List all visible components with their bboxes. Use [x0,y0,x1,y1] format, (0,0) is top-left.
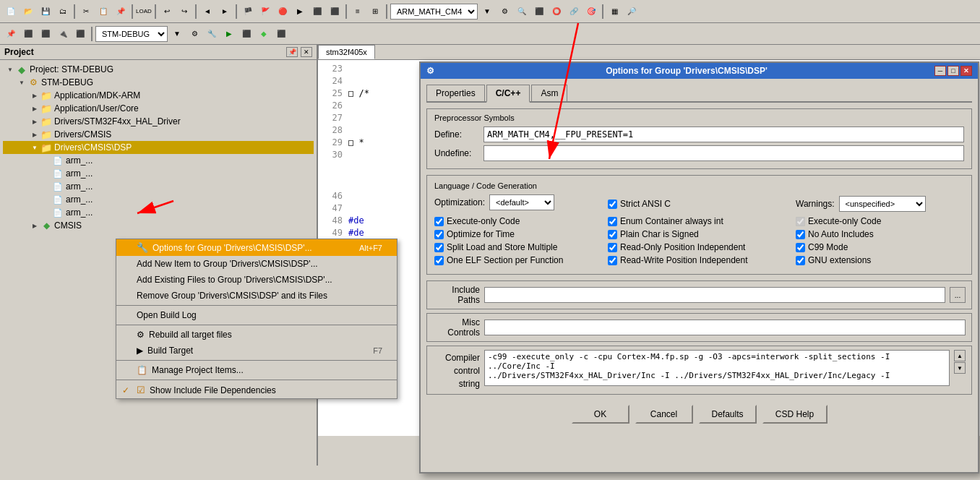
tree-item-arm3[interactable]: ▶ 📄 arm_... [3,180,314,193]
tab-properties[interactable]: Properties [426,85,485,101]
tree-item-arm5[interactable]: ▶ 📄 arm_... [3,206,314,219]
split-load-checkbox[interactable] [434,243,444,252]
ctx-open-log[interactable]: Open Build Log [116,307,397,323]
open-btn[interactable]: 📂 [20,4,36,20]
load-btn[interactable]: LOAD [136,4,152,20]
debug-combo-drop[interactable]: ▼ [169,26,185,42]
defaults-btn[interactable]: Defaults [699,405,757,424]
tree-item-drv-cmsis[interactable]: ▶ 📁 Drivers/CMSIS [3,128,314,141]
copy-btn[interactable]: 📋 [95,4,111,20]
dialog-minimize-btn[interactable]: ─ [934,66,946,76]
tree-item-arm1[interactable]: ▶ 📄 arm_... [3,154,314,167]
tree-item-app-user[interactable]: ▶ 📁 Application/User/Core [3,102,314,115]
search-btn[interactable]: 🔍 [514,4,530,20]
enum-container-checkbox[interactable] [608,217,617,226]
rw-pos-checkbox[interactable] [608,256,617,265]
optimization-combo[interactable]: <default> [489,194,554,210]
c99-checkbox[interactable] [796,243,805,252]
forward-btn[interactable]: ► [217,4,233,20]
opt-time-checkbox[interactable] [434,230,444,239]
tree-item-arm4[interactable]: ▶ 📄 arm_... [3,193,314,206]
plain-char-checkbox[interactable] [608,230,617,239]
one-elf-checkbox[interactable] [434,256,444,265]
dialog-close-btn[interactable]: ✕ [960,66,972,76]
misc4-btn[interactable]: ⊞ [367,4,383,20]
paste-btn[interactable]: 📌 [113,4,129,20]
misc7-btn[interactable]: 🔗 [566,4,582,20]
expand-app-mdk[interactable]: ▶ [29,90,40,101]
thumb-mode-checkbox[interactable] [796,217,805,226]
memory-btn[interactable]: ⬛ [38,26,53,42]
misc8-btn[interactable]: 🎯 [583,4,599,20]
bookmark-btn[interactable]: 🏴 [240,4,256,20]
misc2-btn[interactable]: ⬛ [327,4,343,20]
target-opt-btn[interactable]: 🔧 [204,26,220,42]
run-btn[interactable]: ▶ [221,26,237,42]
icode-btn[interactable]: ⬛ [72,26,88,42]
expand-project[interactable]: ▼ [4,64,16,75]
ctx-menu-options[interactable]: 🔧 Options for Group 'Drivers\CMSIS\DSP'.… [116,239,397,256]
debug-combo[interactable]: STM-DEBUG [95,26,168,42]
misc6-btn[interactable]: ⭕ [549,4,564,20]
expand-stm[interactable]: ▼ [16,77,27,88]
ok-btn[interactable]: OK [572,405,629,424]
define-input[interactable] [483,127,964,142]
new-file-btn[interactable]: 📄 [3,4,19,20]
redo-btn[interactable]: ↪ [176,4,192,20]
cut-btn[interactable]: ✂ [78,4,94,20]
tree-item-app-mdk[interactable]: ▶ 📁 Application/MDK-ARM [3,89,314,102]
misc1-btn[interactable]: ⬛ [309,4,325,20]
expand-app-user[interactable]: ▶ [29,103,40,114]
dialog-maximize-btn[interactable]: □ [947,66,959,76]
expand-cmsis[interactable]: ▶ [29,220,40,231]
warnings-combo[interactable]: <unspecified> [839,196,926,212]
expand-drv-cmsis[interactable]: ▶ [29,129,40,140]
panel-pin-btn[interactable]: 📌 [286,47,298,57]
periph-btn[interactable]: 🔌 [55,26,71,42]
ctx-rebuild[interactable]: ⚙ Rebuild all target files [116,327,397,343]
arm-math-combo[interactable]: ARM_MATH_CM4 [390,4,478,20]
ro-pos-checkbox[interactable] [608,243,617,252]
diamond-btn[interactable]: ◆ [256,26,272,42]
compiler-scroll-down-btn[interactable]: ▼ [954,362,966,374]
tree-item-project[interactable]: ▼ ◆ Project: STM-DEBUG [3,63,314,76]
step-btn[interactable]: ▶ [292,4,308,20]
tab-cpp[interactable]: C/C++ [486,85,530,103]
no-auto-checkbox[interactable] [796,230,805,239]
strict-ansi-checkbox[interactable] [608,200,617,209]
include-paths-input[interactable] [484,287,945,303]
tree-item-stm[interactable]: ▼ ⚙ STM-DEBUG [3,76,314,89]
save-btn[interactable]: 💾 [38,4,53,20]
gnu-ext-checkbox[interactable] [796,256,805,265]
view-btn[interactable]: ▦ [606,4,622,20]
zoom-btn[interactable]: 🔎 [624,4,640,20]
settings-btn[interactable]: ⚙ [497,4,512,20]
tree-item-cmsis[interactable]: ▶ ◆ CMSIS [3,219,314,232]
undo-btn[interactable]: ↩ [159,4,175,20]
save-all-btn[interactable]: 🗂 [55,4,71,20]
panel-close-btn[interactable]: ✕ [301,47,312,57]
misc-controls-input[interactable] [484,320,966,335]
undefine-input[interactable] [483,145,964,161]
misc5-btn[interactable]: ⬛ [531,4,547,20]
ctx-build[interactable]: ▶ Build Target F7 [116,343,397,359]
misc3-btn[interactable]: ≡ [350,4,366,20]
combo-dropdown-btn[interactable]: ▼ [479,4,495,20]
compiler-scroll-up-btn[interactable]: ▲ [954,350,966,361]
exec-only-checkbox[interactable] [434,217,444,226]
breakpoint-btn[interactable]: 🔴 [275,4,291,20]
include-paths-browse-btn[interactable]: ... [950,287,966,303]
tab-asm[interactable]: Asm [531,85,567,101]
help-btn[interactable]: CSD Help [762,405,828,424]
expand-dsp[interactable]: ▼ [29,142,40,153]
misc9-btn[interactable]: ⬛ [273,26,289,42]
pin-btn[interactable]: 📌 [3,26,19,42]
tree-item-arm2[interactable]: ▶ 📄 arm_... [3,167,314,180]
ctx-add-new[interactable]: Add New Item to Group 'Drivers\CMSIS\DSP… [116,256,397,272]
tree-item-drv-hal[interactable]: ▶ 📁 Drivers/STM32F4xx_HAL_Driver [3,115,314,128]
back-btn[interactable]: ◄ [199,4,215,20]
ctx-manage[interactable]: 📋 Manage Project Items... [116,362,397,378]
debug-window-btn[interactable]: ⬛ [20,26,36,42]
tree-item-dsp[interactable]: ▼ 📁 Drivers\CMSIS\DSP [3,141,314,154]
cancel-btn[interactable]: Cancel [635,405,693,424]
